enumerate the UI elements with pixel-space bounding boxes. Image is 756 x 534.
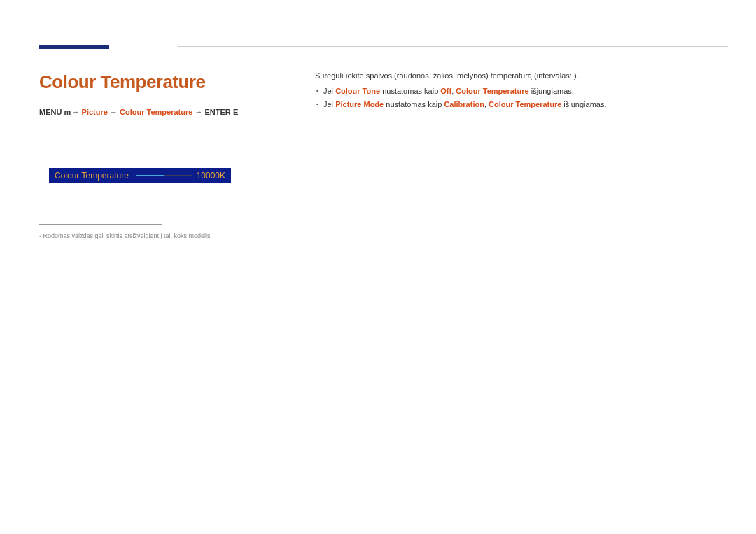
b2-mid: nustatomas kaip [384, 100, 444, 108]
bc-enter: ENTER [204, 108, 230, 116]
b1-end: išjungiamas. [529, 87, 574, 95]
page-title: Colour Temperature [39, 71, 206, 93]
horizontal-rule [178, 46, 728, 47]
footnote-text: Rodomas vaizdas gali skirtis atsižvelgia… [39, 232, 212, 239]
osd-row-colour-temperature: Colour Temperature 10000K [49, 168, 231, 183]
b2-picture-mode: Picture Mode [335, 100, 384, 108]
breadcrumb: MENU m → Picture → Colour Temperature → … [39, 108, 239, 116]
osd-label: Colour Temperature [55, 171, 129, 181]
b2-end: išjungiamas. [561, 100, 606, 108]
bc-picture: Picture [82, 108, 108, 116]
b1-colour-tone: Colour Tone [335, 87, 380, 95]
bc-arrow-2: → [110, 108, 118, 116]
accent-bar [39, 45, 109, 49]
slider-fill [136, 175, 164, 176]
bc-menu: MENU [39, 108, 62, 116]
menu-icon: m [64, 108, 69, 116]
b1-colour-temperature: Colour Temperature [456, 87, 528, 95]
enter-icon: E [233, 108, 239, 116]
b2-pre: Jei [323, 100, 335, 108]
b2-calibration: Calibration [444, 100, 484, 108]
bc-colour-temperature: Colour Temperature [120, 108, 192, 116]
b2-colour-temperature: Colour Temperature [489, 100, 561, 108]
b1-off: Off [440, 87, 451, 95]
b1-mid: nustatomas kaip [380, 87, 440, 95]
osd-slider[interactable] [136, 175, 192, 176]
bc-arrow-1: → [72, 108, 80, 116]
osd-value: 10000K [197, 171, 225, 181]
intro-paragraph: Sureguliuokite spalvos (raudonos, žalios… [315, 70, 721, 83]
body-text: Sureguliuokite spalvos (raudonos, žalios… [315, 70, 721, 113]
bc-arrow-3: → [195, 108, 202, 116]
footnote-separator [39, 224, 162, 225]
b1-pre: Jei [323, 87, 335, 95]
bullet-1: Jei Colour Tone nustatomas kaip Off, Col… [315, 85, 721, 98]
bullet-2: Jei Picture Mode nustatomas kaip Calibra… [315, 99, 721, 111]
